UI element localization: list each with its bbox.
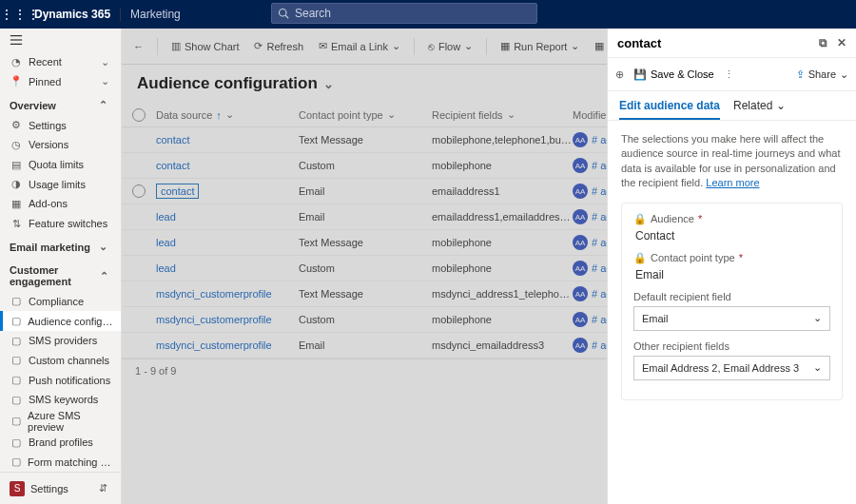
flow-button[interactable]: ⎋Flow⌄ [422,34,478,59]
recipient-cell: mobilephone [432,314,573,325]
chevron-up-icon: ⌃ [94,99,111,111]
lock-icon: 🔒 [633,213,647,225]
email-link-button[interactable]: ✉Email a Link⌄ [313,34,406,59]
run-report-button[interactable]: ▦Run Report⌄ [495,34,585,59]
sidebar-azure-sms[interactable]: ▢Azure SMS preview [0,410,121,433]
more-commands[interactable]: ⋮ [724,68,734,81]
sidebar-brand[interactable]: ▢Brand profiles [0,433,121,453]
chevron-down-icon: ⌄ [776,99,786,112]
cpt-cell: Text Message [299,288,432,300]
sidebar-sms[interactable]: ▢SMS providers [0,331,121,351]
avatar: AA [573,209,588,224]
sidebar-push[interactable]: ▢Push notifications [0,370,121,390]
learn-more-link[interactable]: Learn more [706,177,759,188]
sidebar-pinned[interactable]: 📍 Pinned ⌄ [0,72,121,92]
show-chart-button[interactable]: ▥Show Chart [165,34,244,59]
excel-icon: ▦ [594,40,604,52]
data-source-link[interactable]: contact [156,160,189,171]
sidebar-compliance[interactable]: ▢Compliance [0,291,121,311]
sidebar-section-email[interactable]: Email marketing ⌄ [0,233,121,257]
cpt-value: Email [635,268,830,281]
tab-edit-audience[interactable]: Edit audience data [619,99,720,120]
sidebar-addons[interactable]: ▦Add-ons [0,194,121,214]
recipient-cell: emailaddress1 [432,185,573,197]
data-source-link[interactable]: lead [156,237,176,248]
cloud-icon: ▢ [10,415,22,428]
avatar: AA [573,312,588,327]
refresh-icon: ⟳ [254,40,263,52]
share-button[interactable]: ⇪ Share ⌄ [796,68,848,81]
chart-icon: ▥ [171,40,181,52]
chevron-down-icon: ⌄ [813,312,822,324]
data-source-link[interactable]: contact [156,184,199,199]
save-close-button[interactable]: 💾 Save & Close [633,68,714,81]
lock-icon: 🔒 [633,252,647,264]
sidebar-area-switcher[interactable]: S Settings ⇵ [0,472,121,504]
chevron-down-icon: ⌄ [96,56,113,68]
app-launcher-icon[interactable]: ⋮⋮⋮ [0,7,29,22]
chevron-down-icon: ⌄ [507,108,516,121]
back-button[interactable]: ← [127,34,149,59]
brand-icon: ▢ [10,436,23,449]
col-cpt[interactable]: Contact point type⌄ [299,108,432,121]
col-data-source[interactable]: Data source ↑⌄ [156,108,299,121]
sidebar-audience-config[interactable]: ▢Audience configu… [0,311,121,331]
other-recipient-select[interactable]: Email Address 2, Email Address 3 ⌄ [633,356,830,380]
data-source-link[interactable]: lead [156,262,176,274]
avatar: AA [573,286,588,301]
grid-icon: ▦ [10,197,23,210]
popout-icon[interactable]: ⧉ [819,36,827,49]
cpt-cell: Email [299,211,432,223]
hamburger-icon [10,33,23,47]
sidebar-section-ce[interactable]: Customer engagement ⌃ [0,257,121,291]
data-source-link[interactable]: msdynci_customerprofile [156,339,272,351]
cpt-cell: Email [299,185,432,197]
sidebar-quota[interactable]: ▤Quota limits [0,155,121,175]
flow-icon: ⎋ [428,41,435,52]
select-all[interactable] [122,108,156,122]
tab-related[interactable]: Related ⌄ [733,99,786,120]
chevron-down-icon: ⌄ [225,108,234,121]
new-button[interactable]: ⊕ [615,68,624,81]
mail-icon: ✉ [319,40,327,52]
search-icon [278,8,289,19]
col-recipient[interactable]: Recipient fields⌄ [432,108,573,121]
chevron-down-icon: ⌄ [464,40,473,52]
recipient-cell: mobilephone [432,262,573,274]
chevron-up-icon: ⌃ [98,270,111,282]
row-radio[interactable] [132,184,146,198]
shield-icon: ▢ [10,295,23,308]
cpt-cell: Custom [299,314,432,325]
global-search[interactable]: Search [271,3,537,24]
sidebar-features[interactable]: ⇅Feature switches [0,214,121,234]
share-icon: ⇪ [796,68,805,81]
data-source-link[interactable]: contact [156,134,189,145]
form-icon: ▢ [10,456,22,469]
sidebar-custom-channels[interactable]: ▢Custom channels [0,351,121,371]
sidebar-section-overview[interactable]: Overview ⌃ [0,91,121,115]
sidebar-settings[interactable]: ⚙Settings [0,115,121,135]
refresh-button[interactable]: ⟳Refresh [248,34,309,59]
gauge-icon: ◑ [10,178,23,191]
clock-icon: ◔ [10,55,23,68]
module-name[interactable]: Marketing [120,8,190,21]
gear-icon: ⚙ [10,119,23,132]
sidebar-form-matching[interactable]: ▢Form matching st… [0,452,121,472]
svg-line-1 [285,15,288,18]
sidebar-versions[interactable]: ◷Versions [0,135,121,155]
sidebar-recent[interactable]: ◔ Recent ⌄ [0,52,121,72]
avatar: AA [573,184,588,199]
data-source-link[interactable]: lead [156,211,176,223]
sidebar-sms-keywords[interactable]: ▢SMS keywords [0,390,121,410]
chevron-down-icon: ⌄ [323,77,334,91]
default-recipient-select[interactable]: Email ⌄ [633,306,830,331]
data-source-link[interactable]: msdynci_customerprofile [156,314,272,325]
chevron-down-icon: ⌄ [94,241,111,253]
recipient-cell: mobilephone,telephone1,busin… [432,134,573,145]
sidebar-toggle[interactable] [0,29,121,52]
chevron-down-icon: ⌄ [387,108,396,121]
sidebar-usage[interactable]: ◑Usage limits [0,174,121,194]
data-source-link[interactable]: msdynci_customerprofile [156,288,272,300]
close-icon[interactable]: ✕ [837,36,846,49]
sidebar-pinned-label: Pinned [29,76,61,87]
